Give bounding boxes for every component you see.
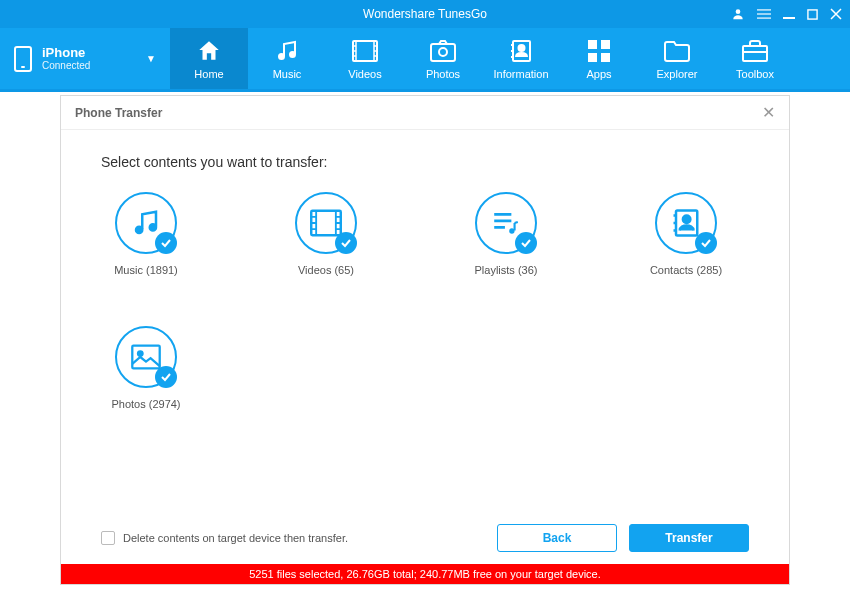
user-icon[interactable] (731, 7, 745, 21)
svg-point-10 (439, 48, 447, 56)
titlebar-controls (731, 0, 842, 28)
content-item-playlists[interactable]: Playlists (36) (461, 192, 551, 276)
svg-rect-15 (588, 53, 597, 62)
status-text: 5251 files selected, 26.76GB total; 240.… (249, 568, 601, 580)
status-bar: 5251 files selected, 26.76GB total; 240.… (61, 564, 789, 584)
svg-point-23 (683, 216, 691, 224)
svg-rect-13 (588, 40, 597, 49)
maximize-icon[interactable] (807, 9, 818, 20)
nav-label: Home (194, 68, 223, 80)
nav-label: Explorer (657, 68, 698, 80)
svg-rect-9 (431, 44, 455, 61)
folder-icon (664, 38, 690, 64)
device-selector[interactable]: iPhone Connected ▼ (0, 28, 170, 89)
check-icon (335, 232, 357, 254)
music-icon (115, 192, 177, 254)
close-icon[interactable]: ✕ (762, 103, 775, 122)
check-icon (515, 232, 537, 254)
nav-home[interactable]: Home (170, 28, 248, 89)
device-name: iPhone (42, 45, 90, 61)
toolbox-icon (742, 38, 768, 64)
svg-point-25 (138, 351, 143, 356)
app-title: Wondershare TunesGo (363, 7, 487, 21)
instruction-text: Select contents you want to transfer: (101, 154, 749, 170)
home-icon (196, 38, 222, 64)
svg-point-6 (279, 54, 284, 59)
svg-rect-2 (757, 13, 771, 14)
svg-point-12 (519, 45, 525, 51)
nav-videos[interactable]: Videos (326, 28, 404, 89)
modal-title: Phone Transfer (75, 106, 162, 120)
nav-explorer[interactable]: Explorer (638, 28, 716, 89)
content-item-photos[interactable]: Photos (2974) (101, 326, 191, 410)
item-label: Photos (2974) (111, 398, 180, 410)
modal-body: Select contents you want to transfer: Mu… (61, 130, 789, 512)
svg-point-0 (736, 9, 741, 14)
playlist-icon (475, 192, 537, 254)
delete-checkbox[interactable] (101, 531, 115, 545)
video-icon (352, 38, 378, 64)
svg-rect-24 (132, 346, 159, 369)
footer-buttons: Back Transfer (497, 524, 749, 552)
nav-label: Apps (586, 68, 611, 80)
delete-option-row[interactable]: Delete contents on target device then tr… (101, 531, 348, 545)
content-item-music[interactable]: Music (1891) (101, 192, 191, 276)
svg-point-21 (509, 228, 514, 233)
titlebar: Wondershare TunesGo (0, 0, 850, 28)
nav-music[interactable]: Music (248, 28, 326, 89)
check-icon (155, 366, 177, 388)
phone-transfer-modal: Phone Transfer ✕ Select contents you wan… (60, 95, 790, 585)
nav-apps[interactable]: Apps (560, 28, 638, 89)
check-icon (695, 232, 717, 254)
music-icon (274, 38, 300, 64)
chevron-down-icon: ▼ (146, 53, 156, 64)
content-items-grid: Music (1891) Videos (65) Playlists (36) (101, 192, 749, 410)
content-item-videos[interactable]: Videos (65) (281, 192, 371, 276)
nav-toolbox[interactable]: Toolbox (716, 28, 794, 89)
item-label: Contacts (285) (650, 264, 722, 276)
nav-label: Photos (426, 68, 460, 80)
minimize-icon[interactable] (783, 8, 795, 20)
svg-rect-1 (757, 9, 771, 10)
svg-rect-17 (743, 46, 767, 61)
menu-icon[interactable] (757, 7, 771, 21)
nav: Home Music Videos Photos Information App… (170, 28, 850, 89)
nav-label: Videos (348, 68, 381, 80)
svg-point-18 (136, 227, 142, 233)
item-label: Music (1891) (114, 264, 178, 276)
back-button[interactable]: Back (497, 524, 617, 552)
nav-label: Music (273, 68, 302, 80)
device-status: Connected (42, 60, 90, 72)
apps-icon (586, 38, 612, 64)
nav-label: Information (493, 68, 548, 80)
phone-icon (14, 46, 32, 72)
content-item-contacts[interactable]: Contacts (285) (641, 192, 731, 276)
svg-rect-5 (808, 9, 817, 18)
modal-header: Phone Transfer ✕ (61, 96, 789, 130)
svg-rect-4 (783, 17, 795, 19)
modal-backdrop: Phone Transfer ✕ Select contents you wan… (0, 95, 850, 595)
topbar: iPhone Connected ▼ Home Music Videos Pho… (0, 28, 850, 92)
svg-rect-3 (757, 18, 771, 19)
photo-icon (430, 38, 456, 64)
item-label: Videos (65) (298, 264, 354, 276)
item-label: Playlists (36) (475, 264, 538, 276)
video-icon (295, 192, 357, 254)
contacts-icon (508, 38, 534, 64)
svg-point-7 (290, 52, 295, 57)
delete-option-label: Delete contents on target device then tr… (123, 532, 348, 544)
nav-label: Toolbox (736, 68, 774, 80)
transfer-button[interactable]: Transfer (629, 524, 749, 552)
svg-rect-14 (601, 40, 610, 49)
modal-footer: Delete contents on target device then tr… (61, 512, 789, 564)
close-icon[interactable] (830, 8, 842, 20)
nav-information[interactable]: Information (482, 28, 560, 89)
contacts-icon (655, 192, 717, 254)
svg-rect-16 (601, 53, 610, 62)
nav-photos[interactable]: Photos (404, 28, 482, 89)
photo-icon (115, 326, 177, 388)
svg-point-19 (150, 224, 156, 230)
check-icon (155, 232, 177, 254)
